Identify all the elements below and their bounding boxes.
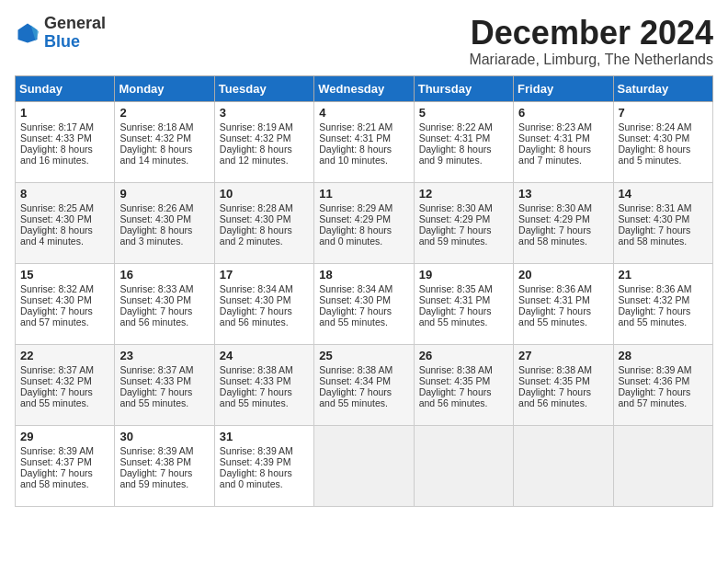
calendar-day-cell: 3 Sunrise: 8:19 AM Sunset: 4:32 PM Dayli… (214, 101, 313, 182)
day-number: 26 (419, 349, 508, 362)
day-number: 24 (220, 349, 309, 362)
sunrise-text: Sunrise: 8:29 AM (319, 202, 392, 213)
day-number: 30 (119, 430, 209, 443)
calendar-day-cell (314, 425, 414, 506)
sunset-text: Sunset: 4:33 PM (20, 132, 92, 144)
calendar-day-cell (613, 425, 712, 506)
sunrise-text: Sunrise: 8:38 AM (220, 364, 293, 375)
sunrise-text: Sunrise: 8:36 AM (619, 283, 692, 294)
weekday-header: Sunday (16, 75, 115, 101)
calendar-week-row: 1 Sunrise: 8:17 AM Sunset: 4:33 PM Dayli… (16, 101, 713, 182)
sunset-text: Sunset: 4:37 PM (20, 456, 92, 467)
sunrise-text: Sunrise: 8:23 AM (518, 121, 592, 132)
daylight-text: Daylight: 7 hours and 57 minutes. (20, 305, 93, 327)
sunset-text: Sunset: 4:33 PM (119, 375, 191, 386)
sunset-text: Sunset: 4:30 PM (619, 132, 690, 144)
calendar-day-cell: 20 Sunrise: 8:36 AM Sunset: 4:31 PM Dayl… (514, 263, 613, 344)
sunset-text: Sunset: 4:32 PM (20, 375, 92, 386)
sunrise-text: Sunrise: 8:38 AM (419, 364, 493, 375)
daylight-text: Daylight: 7 hours and 56 minutes. (419, 386, 492, 408)
daylight-text: Daylight: 7 hours and 55 minutes. (619, 305, 691, 327)
calendar-day-cell: 29 Sunrise: 8:39 AM Sunset: 4:37 PM Dayl… (16, 425, 115, 506)
day-number: 2 (119, 106, 209, 120)
sunrise-text: Sunrise: 8:34 AM (220, 283, 293, 294)
sunset-text: Sunset: 4:32 PM (119, 132, 191, 144)
calendar-day-cell: 6 Sunrise: 8:23 AM Sunset: 4:31 PM Dayli… (514, 101, 613, 182)
sunset-text: Sunset: 4:30 PM (20, 294, 92, 305)
daylight-text: Daylight: 7 hours and 55 minutes. (319, 305, 392, 327)
daylight-text: Daylight: 7 hours and 55 minutes. (518, 305, 591, 327)
sunrise-text: Sunrise: 8:31 AM (619, 202, 692, 213)
day-number: 1 (20, 106, 109, 120)
sunset-text: Sunset: 4:29 PM (419, 213, 491, 224)
sunrise-text: Sunrise: 8:39 AM (220, 445, 293, 456)
sunrise-text: Sunrise: 8:32 AM (20, 283, 94, 294)
sunset-text: Sunset: 4:34 PM (319, 375, 391, 386)
sunset-text: Sunset: 4:30 PM (220, 294, 291, 305)
calendar-day-cell: 5 Sunrise: 8:22 AM Sunset: 4:31 PM Dayli… (414, 101, 513, 182)
sunset-text: Sunset: 4:31 PM (419, 294, 491, 305)
daylight-text: Daylight: 8 hours and 4 minutes. (20, 224, 93, 247)
daylight-text: Daylight: 7 hours and 55 minutes. (419, 305, 492, 327)
sunrise-text: Sunrise: 8:19 AM (220, 121, 293, 132)
calendar-day-cell (414, 425, 513, 506)
title-block: December 2024 Mariarade, Limburg, The Ne… (469, 15, 713, 68)
daylight-text: Daylight: 8 hours and 5 minutes. (619, 144, 691, 166)
logo-blue-text: Blue (44, 32, 80, 51)
sunrise-text: Sunrise: 8:34 AM (319, 283, 392, 294)
day-number: 16 (119, 268, 209, 282)
day-number: 31 (220, 430, 309, 443)
sunrise-text: Sunrise: 8:18 AM (119, 121, 193, 132)
daylight-text: Daylight: 7 hours and 55 minutes. (220, 386, 292, 408)
daylight-text: Daylight: 7 hours and 57 minutes. (619, 386, 691, 408)
calendar-day-cell: 15 Sunrise: 8:32 AM Sunset: 4:30 PM Dayl… (16, 263, 115, 344)
calendar-day-cell: 11 Sunrise: 8:29 AM Sunset: 4:29 PM Dayl… (314, 182, 414, 263)
calendar-table: SundayMondayTuesdayWednesdayThursdayFrid… (15, 75, 713, 507)
page-header: General Blue December 2024 Mariarade, Li… (15, 15, 713, 68)
sunset-text: Sunset: 4:32 PM (619, 294, 690, 305)
sunset-text: Sunset: 4:38 PM (119, 456, 191, 467)
sunset-text: Sunset: 4:36 PM (619, 375, 690, 386)
daylight-text: Daylight: 8 hours and 0 minutes. (319, 224, 392, 247)
day-number: 15 (20, 268, 109, 282)
day-number: 10 (220, 187, 309, 201)
daylight-text: Daylight: 8 hours and 3 minutes. (119, 224, 192, 247)
sunset-text: Sunset: 4:30 PM (319, 294, 391, 305)
day-number: 18 (319, 268, 408, 282)
calendar-week-row: 15 Sunrise: 8:32 AM Sunset: 4:30 PM Dayl… (16, 263, 713, 344)
daylight-text: Daylight: 8 hours and 9 minutes. (419, 144, 492, 166)
logo-icon (15, 20, 40, 46)
day-number: 19 (419, 268, 508, 282)
sunset-text: Sunset: 4:30 PM (220, 213, 291, 224)
sunrise-text: Sunrise: 8:37 AM (20, 364, 94, 375)
daylight-text: Daylight: 7 hours and 55 minutes. (119, 386, 192, 408)
sunset-text: Sunset: 4:29 PM (518, 213, 590, 224)
sunset-text: Sunset: 4:30 PM (619, 213, 690, 224)
calendar-day-cell: 9 Sunrise: 8:26 AM Sunset: 4:30 PM Dayli… (115, 182, 214, 263)
daylight-text: Daylight: 7 hours and 58 minutes. (518, 224, 591, 247)
daylight-text: Daylight: 8 hours and 2 minutes. (220, 224, 292, 247)
calendar-day-cell: 24 Sunrise: 8:38 AM Sunset: 4:33 PM Dayl… (214, 344, 313, 425)
month-title: December 2024 (469, 15, 713, 52)
calendar-day-cell: 25 Sunrise: 8:38 AM Sunset: 4:34 PM Dayl… (314, 344, 414, 425)
calendar-day-cell: 4 Sunrise: 8:21 AM Sunset: 4:31 PM Dayli… (314, 101, 414, 182)
weekday-header: Friday (514, 75, 613, 101)
sunrise-text: Sunrise: 8:26 AM (119, 202, 193, 213)
day-number: 5 (419, 106, 508, 120)
calendar-day-cell: 13 Sunrise: 8:30 AM Sunset: 4:29 PM Dayl… (514, 182, 613, 263)
sunset-text: Sunset: 4:35 PM (419, 375, 491, 386)
day-number: 13 (518, 187, 608, 201)
sunrise-text: Sunrise: 8:30 AM (518, 202, 592, 213)
day-number: 17 (220, 268, 309, 282)
calendar-header-row: SundayMondayTuesdayWednesdayThursdayFrid… (16, 75, 713, 101)
day-number: 9 (119, 187, 209, 201)
daylight-text: Daylight: 7 hours and 58 minutes. (20, 467, 93, 489)
sunset-text: Sunset: 4:33 PM (220, 375, 291, 386)
weekday-header: Saturday (613, 75, 712, 101)
sunset-text: Sunset: 4:30 PM (119, 294, 191, 305)
sunrise-text: Sunrise: 8:39 AM (20, 445, 94, 456)
sunset-text: Sunset: 4:32 PM (220, 132, 291, 144)
sunrise-text: Sunrise: 8:38 AM (319, 364, 392, 375)
daylight-text: Daylight: 7 hours and 58 minutes. (619, 224, 691, 247)
calendar-day-cell: 17 Sunrise: 8:34 AM Sunset: 4:30 PM Dayl… (214, 263, 313, 344)
